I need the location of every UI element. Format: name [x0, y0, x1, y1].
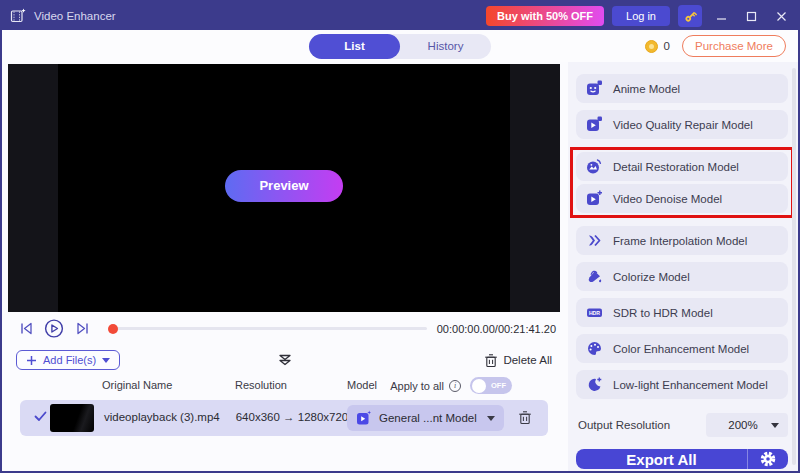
video-thumbnail [50, 404, 94, 432]
purchase-more-button[interactable]: Purchase More [682, 35, 786, 57]
sidebar-item-label: SDR to HDR Model [613, 307, 713, 319]
play-icon[interactable] [44, 319, 64, 339]
model-list: Anime Model Video Quality Repair Model [576, 74, 788, 399]
chevron-down-icon [487, 416, 495, 421]
sidebar-item-frame-interpolation-model[interactable]: Frame Interpolation Model [576, 226, 788, 255]
tab-bar: List History 0 Purchase More [2, 30, 798, 62]
sidebar-item-label: Low-light Enhancement Model [613, 379, 768, 391]
toggle-state-label: OFF [491, 381, 506, 390]
detail-restoration-icon [586, 158, 603, 175]
playback-time: 00:00:00.00/00:21:41.20 [437, 323, 556, 335]
key-icon [683, 9, 698, 24]
column-model: Model [347, 379, 377, 391]
sidebar-item-label: Anime Model [613, 83, 680, 95]
trash-icon [518, 410, 532, 425]
info-icon[interactable]: i [449, 380, 461, 392]
preview-button[interactable]: Preview [225, 170, 343, 202]
sidebar-scrollbar[interactable] [792, 68, 796, 465]
collapse-panel-icon[interactable] [277, 353, 294, 367]
plus-icon [26, 355, 37, 366]
colorize-icon [586, 268, 603, 285]
output-resolution-select[interactable]: 200% [706, 413, 788, 437]
highlight-box: Detail Restoration Model Video Denoise M… [570, 147, 794, 218]
chevron-down-icon [102, 358, 110, 363]
anime-model-icon [586, 80, 603, 97]
login-button[interactable]: Log in [612, 6, 670, 26]
low-light-icon [586, 376, 603, 393]
file-toolbar: Add File(s) [2, 345, 568, 375]
sidebar-item-color-enhancement-model[interactable]: Color Enhancement Model [576, 334, 788, 363]
model-sidebar: Anime Model Video Quality Repair Model [568, 62, 798, 471]
export-all-button[interactable]: Export All [576, 449, 788, 469]
seek-track[interactable] [116, 327, 427, 330]
export-settings-button[interactable] [748, 450, 788, 468]
sidebar-item-label: Frame Interpolation Model [613, 235, 747, 247]
apply-to-all-label: Apply to all [390, 380, 444, 392]
credit-count: 0 [664, 40, 670, 52]
column-resolution: Resolution [235, 379, 287, 391]
close-icon[interactable] [770, 5, 792, 27]
view-tabs: List History [309, 34, 491, 59]
license-key-button[interactable] [678, 5, 702, 27]
gear-icon [759, 450, 777, 468]
sidebar-item-label: Colorize Model [613, 271, 690, 283]
output-resolution-value: 200% [715, 419, 771, 431]
sidebar-item-label: Video Denoise Model [613, 193, 722, 205]
sidebar-item-video-quality-repair-model[interactable]: Video Quality Repair Model [576, 110, 788, 139]
buy-discount-button[interactable]: Buy with 50% OFF [486, 6, 604, 26]
toggle-knob [472, 379, 486, 393]
preview-pane: Preview [2, 62, 568, 471]
add-files-label: Add File(s) [43, 354, 96, 366]
maximize-icon[interactable] [740, 5, 762, 27]
sidebar-item-sdr-to-hdr-model[interactable]: HDR SDR to HDR Model [576, 298, 788, 327]
output-resolution-label: Output Resolution [578, 419, 670, 431]
sidebar-item-colorize-model[interactable]: Colorize Model [576, 262, 788, 291]
export-all-label: Export All [576, 451, 747, 468]
table-row[interactable]: videoplayback (3).mp4 640x360 → 1280x720… [20, 400, 548, 436]
previous-frame-icon[interactable] [16, 319, 36, 339]
sdr-to-hdr-icon: HDR [586, 304, 603, 321]
model-select-value: General ...nt Model [379, 412, 477, 424]
player-controls: 00:00:00.00/00:21:41.20 [2, 312, 568, 345]
minimize-icon[interactable] [710, 5, 732, 27]
file-resolution: 640x360 → 1280x720 [232, 411, 352, 423]
video-quality-repair-icon [586, 116, 603, 133]
tab-history[interactable]: History [400, 34, 491, 59]
seek-handle[interactable] [108, 324, 118, 334]
tab-list[interactable]: List [309, 34, 400, 59]
frame-interpolation-icon [586, 232, 603, 249]
file-table-header: Original Name Resolution Model Apply to … [2, 375, 568, 397]
delete-all-button[interactable]: Delete All [484, 353, 552, 368]
sidebar-item-label: Color Enhancement Model [613, 343, 749, 355]
sidebar-item-anime-model[interactable]: Anime Model [576, 74, 788, 103]
coin-icon [645, 40, 658, 53]
model-play-icon [356, 410, 372, 426]
next-frame-icon[interactable] [72, 319, 92, 339]
titlebar: Video Enhancer Buy with 50% OFF Log in [2, 2, 798, 30]
apply-to-all-toggle[interactable]: OFF [470, 377, 512, 394]
app-logo-icon [10, 8, 26, 24]
sidebar-item-video-denoise-model[interactable]: Video Denoise Model [576, 184, 788, 213]
output-resolution-row: Output Resolution 200% [576, 413, 788, 437]
sidebar-item-label: Video Quality Repair Model [613, 119, 753, 131]
chevron-down-icon [771, 423, 779, 428]
app-window: Video Enhancer Buy with 50% OFF Log in [0, 0, 800, 473]
trash-icon [484, 353, 498, 368]
video-area: Preview [8, 64, 560, 312]
model-select[interactable]: General ...nt Model [347, 405, 504, 431]
svg-text:HDR: HDR [589, 310, 600, 316]
video-denoise-icon [586, 190, 603, 207]
sidebar-item-label: Detail Restoration Model [613, 161, 739, 173]
add-files-button[interactable]: Add File(s) [16, 350, 120, 370]
seek-slider[interactable] [108, 324, 427, 334]
check-icon[interactable] [34, 411, 47, 422]
color-enhancement-icon [586, 340, 603, 357]
sidebar-item-low-light-enhancement-model[interactable]: Low-light Enhancement Model [576, 370, 788, 399]
sidebar-item-detail-restoration-model[interactable]: Detail Restoration Model [576, 152, 788, 181]
file-name: videoplayback (3).mp4 [104, 411, 220, 423]
delete-all-label: Delete All [503, 354, 552, 366]
credits-area: 0 Purchase More [645, 35, 786, 57]
app-title: Video Enhancer [34, 10, 116, 22]
delete-row-button[interactable] [518, 410, 532, 425]
column-original-name: Original Name [102, 379, 172, 391]
